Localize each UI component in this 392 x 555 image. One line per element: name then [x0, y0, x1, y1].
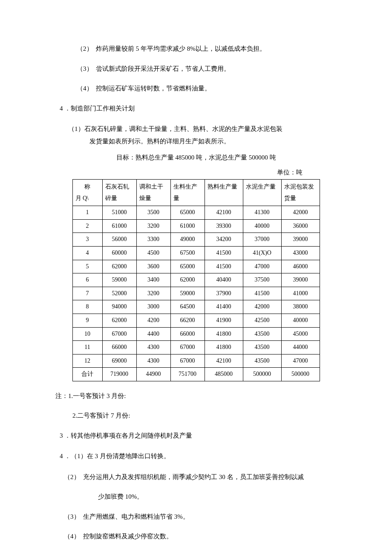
table-cell: 39000 — [281, 233, 320, 247]
table-cell: 59000 — [102, 273, 136, 287]
table-cell: 94000 — [102, 300, 136, 314]
table-cell: 40400 — [205, 273, 243, 287]
table-cell: 40000 — [243, 219, 281, 233]
paragraph-line: 发货量如表所列示。熟料的详细月生产如表所示。 — [51, 135, 341, 148]
item-num: （2） — [64, 474, 80, 480]
table-cell: 44900 — [136, 368, 170, 381]
table-cell: 64500 — [170, 300, 205, 314]
table-cell: 3000 — [136, 300, 170, 314]
item-num: （3） — [77, 65, 93, 72]
item-text: 炸药用量较前 5 年平均需求减少 8%以上，以减低成本负担。 — [96, 45, 266, 52]
note-line: 注：1.一号客预计 3 月份: — [51, 390, 341, 402]
table-header-row: 称 月 Q\ 石灰石轧碎量 调和土干燥量 生料生产量 熟料生产量 水泥生产量 水… — [72, 180, 320, 206]
table-cell: 7 — [72, 287, 102, 300]
target-line: 目标：熟料总生产量 485000 吨，水泥总生产量 500000 吨 — [51, 151, 341, 164]
table-cell: 42100 — [205, 354, 243, 368]
table-cell: 39000 — [281, 273, 320, 287]
table-cell: 合计 — [72, 368, 102, 381]
table-cell: 59000 — [170, 287, 205, 300]
item-num: （4） — [64, 533, 80, 540]
table-cell: 44000 — [281, 341, 320, 355]
table-cell: 41800 — [205, 327, 243, 341]
table-row: 1269000430067000421004350047000 — [72, 354, 320, 368]
table-cell: 67500 — [170, 246, 205, 260]
table-cell: 36000 — [281, 219, 320, 233]
table-cell: 37500 — [243, 273, 281, 287]
table-cell: 47000 — [281, 354, 320, 368]
table-cell: 67000 — [102, 327, 136, 341]
list-item: （4） 控制旋窑燃料及减少停窑次数。 — [51, 530, 341, 543]
table-cell: 66200 — [170, 314, 205, 327]
table-cell: 34200 — [205, 233, 243, 247]
header-cell: 生料生产量 — [170, 180, 205, 206]
table-cell: 4500 — [136, 246, 170, 260]
table-cell: 66000 — [170, 327, 205, 341]
table-cell: 67000 — [170, 341, 205, 355]
table-cell: 42000 — [281, 206, 320, 220]
paragraph-line: 少加班费 10%。 — [51, 491, 341, 503]
table-cell: 66000 — [102, 341, 136, 355]
table-cell: 42100 — [205, 206, 243, 220]
table-cell: 500000 — [243, 368, 281, 381]
table-cell: 69000 — [102, 354, 136, 368]
table-cell: 37000 — [243, 233, 281, 247]
table-cell: 45000 — [281, 327, 320, 341]
table-cell: 9 — [72, 314, 102, 327]
item-text: 充分运用人力及发挥组织机能，雨季减少契约工 30 名，员工加班妥善控制以减 — [83, 474, 304, 480]
table-row: 752000320059000379004150041000 — [72, 287, 320, 300]
table-cell: 43500 — [243, 354, 281, 368]
table-cell: 67000 — [170, 354, 205, 368]
table-cell: 61000 — [102, 219, 136, 233]
table-row: 261000320061000393004000036000 — [72, 219, 320, 233]
table-cell: 61000 — [170, 219, 205, 233]
note-line: 2.二号客预计 7 月份: — [51, 410, 341, 422]
table-row: 1166000430067000418004350044000 — [72, 341, 320, 355]
table-cell: 41(X)O — [243, 246, 281, 260]
table-cell: 12 — [72, 354, 102, 368]
table-cell: 3600 — [136, 260, 170, 273]
table-row: 151000350065000421004130042000 — [72, 206, 320, 220]
table-cell: 41800 — [205, 341, 243, 355]
table-cell: 3400 — [136, 273, 170, 287]
table-cell: 6 — [72, 273, 102, 287]
table-row: 562000360065000415004700046000 — [72, 260, 320, 273]
header-cell: 水泥包装发货量 — [281, 180, 320, 206]
table-cell: 41300 — [243, 206, 281, 220]
table-cell: 500000 — [281, 368, 320, 381]
list-item: （2） 充分运用人力及发挥组织机能，雨季减少契约工 30 名，员工加班妥善控制以… — [51, 471, 341, 483]
list-item: （4） 控制运石矿车运转时数，节省燃料油量。 — [51, 82, 341, 95]
list-item: 3 ．转其他停机事项在各月之间随停机时及产量 — [51, 430, 341, 442]
table-cell: 62000 — [102, 314, 136, 327]
table-cell: 3200 — [136, 219, 170, 233]
section-heading: 4 ．制造部门工作相关计划 — [51, 102, 341, 115]
table-cell: 49000 — [170, 233, 205, 247]
table-cell: 3500 — [136, 206, 170, 220]
item-text: 生产用燃煤、电力和燃料油节省 3%。 — [83, 513, 189, 520]
list-item: （2） 炸药用量较前 5 年平均需求减少 8%以上，以减低成本负担。 — [51, 43, 341, 55]
table-row: 1067000440066000418004350045000 — [72, 327, 320, 341]
table-cell: 43000 — [281, 246, 320, 260]
table-cell: 2 — [72, 219, 102, 233]
table-cell: 46000 — [281, 260, 320, 273]
header-cell: 熟料生产量 — [205, 180, 243, 206]
table-cell: 42000 — [243, 300, 281, 314]
table-cell: 62000 — [102, 260, 136, 273]
item-num: （4） — [77, 85, 93, 92]
table-cell: 3 — [72, 233, 102, 247]
table-cell: 751700 — [170, 368, 205, 381]
table-row: 894000300064500414004200038000 — [72, 300, 320, 314]
paragraph-line: （1）石灰石轧碎量，调和土干燥量，主料、熟料、水泥的生产量及水泥包装 — [51, 123, 341, 135]
table-cell: 37900 — [205, 287, 243, 300]
table-cell: 43500 — [243, 327, 281, 341]
table-cell: 10 — [72, 327, 102, 341]
table-row: 356000330049000342003700039000 — [72, 233, 320, 247]
table-cell: 40000 — [281, 314, 320, 327]
header-cell: 称 月 Q\ — [72, 180, 102, 206]
table-cell: 4400 — [136, 327, 170, 341]
item-num: （2） — [77, 45, 93, 52]
table-cell: 485000 — [205, 368, 243, 381]
table-cell: 60000 — [102, 246, 136, 260]
table-cell: 1 — [72, 206, 102, 220]
item-text: 控制旋窑燃料及减少停窑次数。 — [83, 533, 173, 540]
table-cell: 65000 — [170, 206, 205, 220]
